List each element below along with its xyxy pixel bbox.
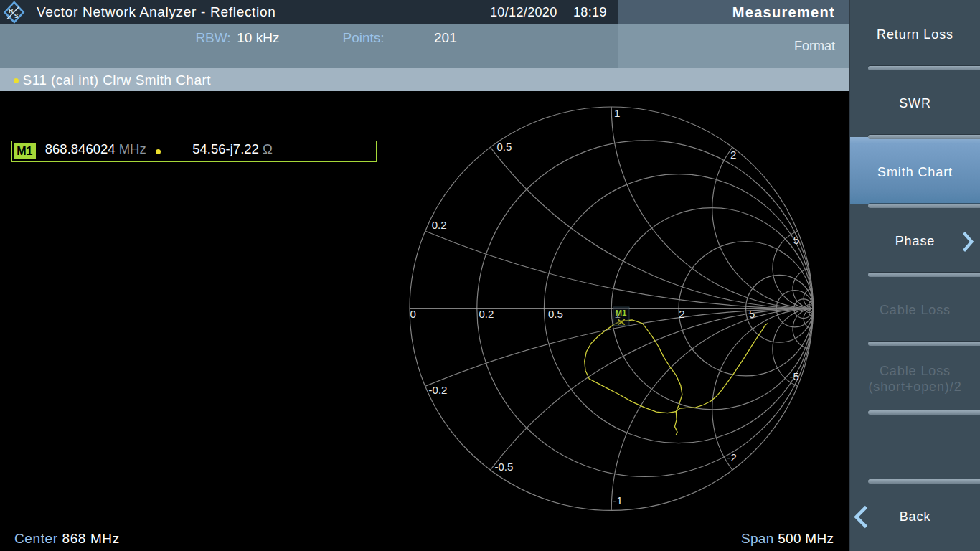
svg-text:-0.5: -0.5 <box>494 461 513 473</box>
svg-text:0: 0 <box>410 308 416 320</box>
svg-text:R: R <box>9 7 14 14</box>
svg-text:5: 5 <box>749 308 755 320</box>
svg-text:1: 1 <box>614 107 620 119</box>
svg-text:2: 2 <box>730 149 736 161</box>
svg-text:2: 2 <box>679 308 684 320</box>
svg-text:S: S <box>14 12 19 19</box>
svg-text:-1: -1 <box>613 494 623 507</box>
svg-text:5: 5 <box>793 234 799 246</box>
svg-text:-5: -5 <box>789 370 798 382</box>
svg-text:M1: M1 <box>616 309 628 317</box>
svg-text:0.5: 0.5 <box>497 141 512 153</box>
svg-text:0.5: 0.5 <box>548 308 563 320</box>
svg-text:-0.2: -0.2 <box>429 384 448 396</box>
svg-text:0.2: 0.2 <box>432 219 447 231</box>
svg-text:-2: -2 <box>727 451 737 463</box>
svg-text:0.2: 0.2 <box>479 308 494 320</box>
